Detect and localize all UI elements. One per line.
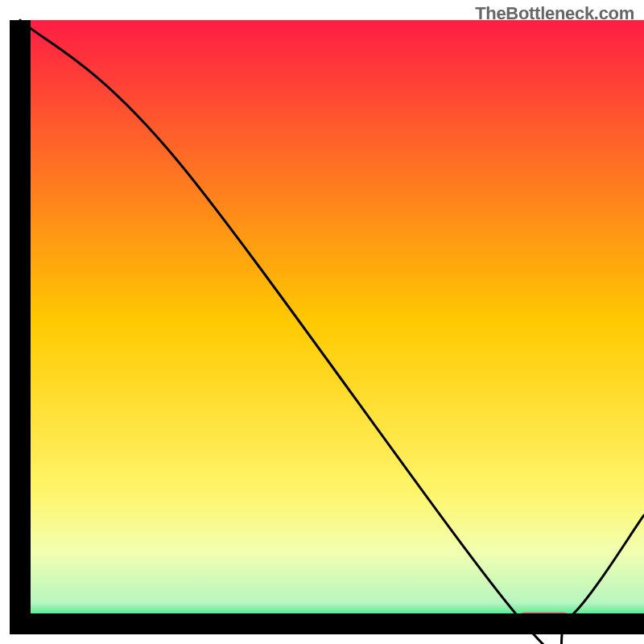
chart-container: { "attribution": "TheBottleneck.com", "c… (0, 0, 644, 644)
bottleneck-chart (0, 0, 644, 644)
plot-background (20, 20, 644, 624)
